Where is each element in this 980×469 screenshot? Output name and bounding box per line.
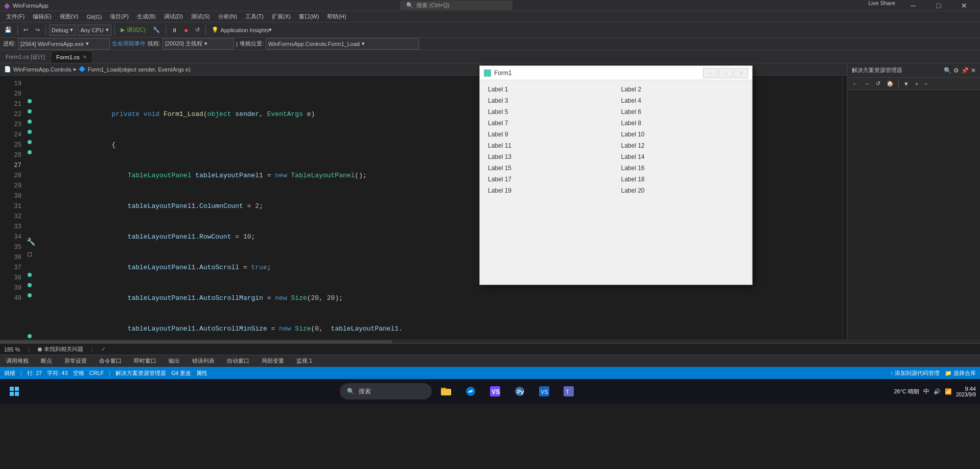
svg-rect-1 bbox=[15, 387, 19, 391]
menu-build[interactable]: 生成(B) bbox=[133, 12, 160, 21]
pause-btn[interactable]: ⏸ bbox=[169, 25, 180, 36]
bottom-tab-callstack[interactable]: 调用堆栈 bbox=[4, 356, 31, 366]
taskbar-vs-icon[interactable]: VS bbox=[485, 381, 505, 402]
process-dropdown[interactable]: [2564] WinFormsApp.exe ▾ bbox=[18, 38, 110, 50]
thread-dropdown[interactable]: [20020] 主线程 ▾ bbox=[162, 38, 234, 50]
bottom-tab-watch[interactable]: 监视 1 bbox=[294, 356, 314, 366]
python-icon: Py bbox=[515, 386, 525, 396]
bottom-tab-exceptions[interactable]: 异常设置 bbox=[62, 356, 89, 366]
debug-mode-dropdown[interactable]: Debug ▾ bbox=[49, 25, 76, 36]
tb-redo[interactable]: ↪ bbox=[33, 25, 42, 36]
form1-maximize-btn[interactable]: □ bbox=[718, 68, 733, 78]
taskbar-time: 9:44 bbox=[965, 386, 976, 392]
sol-forward-btn[interactable]: → bbox=[861, 78, 872, 89]
menu-analyze[interactable]: 分析(N) bbox=[214, 12, 241, 21]
stop-btn[interactable]: ■ bbox=[182, 25, 191, 36]
add-to-source-btn[interactable]: ↑ 添加到源代码管理 bbox=[890, 369, 940, 377]
platform-dropdown[interactable]: Any CPU ▾ bbox=[78, 25, 111, 36]
menu-extensions[interactable]: 扩展(X) bbox=[268, 12, 295, 21]
menu-git[interactable]: Git(G) bbox=[82, 13, 106, 21]
tab-form1-design[interactable]: Form1.cs [设计] bbox=[0, 51, 51, 63]
menu-window[interactable]: 窗口(W) bbox=[295, 12, 323, 21]
taskbar-search-icon: 🔍 bbox=[347, 388, 355, 395]
editor-hscrollbar[interactable] bbox=[0, 339, 980, 343]
sol-expand-btn[interactable]: + bbox=[913, 78, 921, 89]
nav-bar: 进程: [2564] WinFormsApp.exe ▾ 生命周期事件 线程: … bbox=[0, 38, 980, 50]
menu-edit[interactable]: 编辑(E) bbox=[29, 12, 56, 21]
app-insights-arrow: ▾ bbox=[269, 27, 272, 33]
form1-title: Form1 bbox=[484, 69, 512, 77]
solution-settings-icon[interactable]: ⚙ bbox=[953, 67, 959, 74]
taskbar-vscode-icon[interactable]: VS bbox=[534, 381, 554, 402]
run-btn[interactable]: ▶ 调试(C) bbox=[118, 25, 148, 36]
line-indicator-32 bbox=[28, 293, 32, 297]
form1-label-20: Label 20 bbox=[621, 185, 744, 196]
tb-save[interactable]: 💾 bbox=[2, 25, 14, 36]
svg-rect-5 bbox=[441, 388, 446, 390]
taskbar-teams-icon[interactable]: T bbox=[558, 381, 579, 402]
solution-explorer-controls: 🔍 ⚙ 📌 ✕ bbox=[944, 67, 976, 74]
menu-file[interactable]: 文件(F) bbox=[2, 12, 29, 21]
taskbar-edge-icon[interactable] bbox=[460, 381, 481, 402]
tb-undo[interactable]: ↩ bbox=[21, 25, 31, 36]
form1-minimize-btn[interactable]: ─ bbox=[703, 68, 717, 78]
status-properties[interactable]: 属性 bbox=[196, 369, 207, 377]
menu-debug[interactable]: 调试(D) bbox=[160, 12, 187, 21]
hscrollbar-thumb[interactable] bbox=[0, 340, 392, 343]
bottom-tab-immediate[interactable]: 即时窗口 bbox=[132, 356, 158, 366]
restart-btn[interactable]: ↺ bbox=[193, 25, 202, 36]
solution-pin-icon[interactable]: 📌 bbox=[961, 67, 969, 74]
app-insights-btn[interactable]: 💡 Application Insights ▾ bbox=[209, 25, 275, 36]
tb-sep4 bbox=[166, 26, 166, 35]
minimize-btn[interactable]: ─ bbox=[901, 0, 925, 11]
tab-form1-cs-close[interactable]: ✕ bbox=[83, 54, 87, 60]
bottom-tab-command[interactable]: 命令窗口 bbox=[97, 356, 124, 366]
tab-form1-cs[interactable]: Form1.cs ✕ bbox=[51, 51, 92, 63]
svg-text:VS: VS bbox=[541, 389, 548, 395]
solution-search-icon[interactable]: 🔍 bbox=[944, 67, 951, 74]
close-btn[interactable]: ✕ bbox=[952, 0, 976, 11]
sol-home-btn[interactable]: 🏠 bbox=[884, 78, 896, 89]
lifecycle-label: 生命周期事件 bbox=[112, 40, 146, 48]
menu-project[interactable]: 项目(P) bbox=[106, 12, 133, 21]
solution-close-icon[interactable]: ✕ bbox=[971, 67, 976, 74]
status-git[interactable]: Git 更改 bbox=[171, 369, 191, 377]
select-repo-btn[interactable]: 📁 选择合库 bbox=[945, 369, 976, 377]
sol-refresh-btn[interactable]: ↺ bbox=[873, 78, 883, 89]
form1-label-19: Label 19 bbox=[488, 185, 611, 196]
menu-help[interactable]: 帮助(H) bbox=[323, 12, 350, 21]
menu-test[interactable]: 测试(S) bbox=[187, 12, 214, 21]
sol-back-btn[interactable]: ← bbox=[850, 78, 860, 89]
taskbar-left bbox=[4, 381, 25, 402]
form1-preview-window[interactable]: Form1 ─ □ ✕ Label 1 Label 2 Label 3 Labe… bbox=[479, 65, 753, 285]
check-icon: ✓ bbox=[101, 346, 106, 353]
bottom-tab-breakpoints[interactable]: 断点 bbox=[39, 356, 54, 366]
form1-label-12: Label 12 bbox=[621, 140, 744, 151]
maximize-btn[interactable]: □ bbox=[927, 0, 950, 11]
sol-filter-btn[interactable]: ▼ bbox=[901, 78, 912, 89]
taskbar-file-explorer-icon[interactable] bbox=[436, 381, 456, 402]
windows-start-btn[interactable] bbox=[4, 381, 25, 402]
sol-collapse-btn[interactable]: − bbox=[922, 78, 930, 89]
line-19: 19 bbox=[0, 79, 21, 89]
hscrollbar-track bbox=[0, 340, 980, 343]
search-icon: 🔍 bbox=[406, 2, 413, 9]
breadcrumb-sep: ▸ bbox=[74, 66, 77, 73]
menu-tools[interactable]: 工具(T) bbox=[241, 12, 268, 21]
taskbar-search-bar[interactable]: 🔍 搜索 bbox=[340, 383, 432, 400]
bottom-tab-output[interactable]: 输出 bbox=[167, 356, 182, 366]
form1-close-btn[interactable]: ✕ bbox=[734, 68, 748, 78]
code-line-26: tableLayoutPanel1.AutoScrollMinSize = ne… bbox=[40, 314, 842, 324]
bottom-tab-errors[interactable]: 错误列表 bbox=[190, 356, 217, 366]
editor-vscrollbar[interactable] bbox=[842, 76, 847, 339]
live-share-btn[interactable]: Live Share bbox=[864, 0, 899, 11]
attach-btn[interactable]: 🔧 bbox=[150, 25, 162, 36]
bottom-tab-auto[interactable]: 自动窗口 bbox=[225, 356, 251, 366]
callstack-dropdown[interactable]: WinFormsApp.Controls.Form1_Load ▾ bbox=[266, 38, 419, 50]
taskbar-clock: 9:44 2023/9/9 bbox=[956, 386, 976, 397]
bottom-tab-locals[interactable]: 局部变量 bbox=[260, 356, 286, 366]
status-solution-explorer[interactable]: 解决方案资源管理器 bbox=[115, 369, 166, 377]
taskbar-python-icon[interactable]: Py bbox=[509, 381, 530, 402]
menu-view[interactable]: 视图(V) bbox=[56, 12, 83, 21]
tab-form1-design-label: Form1.cs [设计] bbox=[6, 53, 45, 61]
